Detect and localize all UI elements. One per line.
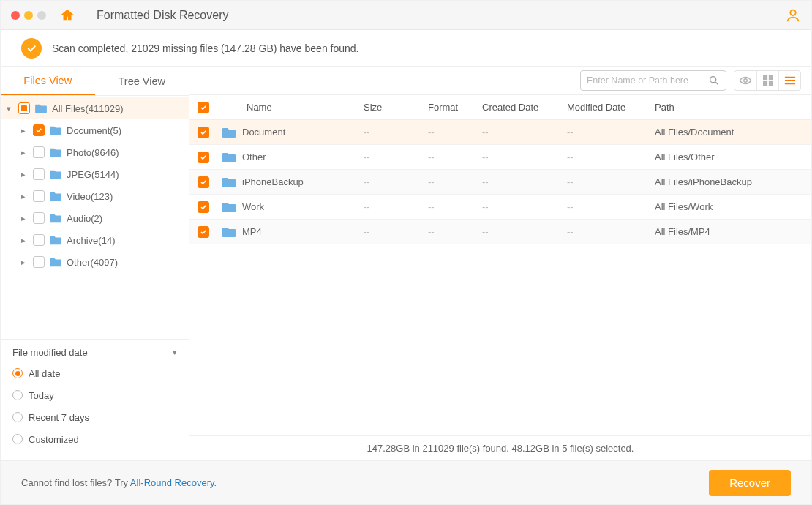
svg-rect-5	[763, 81, 767, 86]
tree-item-checkbox[interactable]	[33, 168, 45, 180]
table-row[interactable]: MP4--------All Files/MP4	[189, 220, 811, 244]
th-created[interactable]: Created Date	[482, 102, 567, 113]
chevron-right-icon[interactable]: ▸	[18, 126, 29, 135]
tree-label: JPEG(5144)	[67, 169, 119, 180]
table-header: Name Size Format Created Date Modified D…	[189, 95, 811, 120]
tree-item-checkbox[interactable]	[33, 190, 45, 202]
search-icon[interactable]	[708, 75, 720, 86]
row-checkbox[interactable]	[198, 176, 209, 188]
check-circle-icon	[21, 38, 42, 59]
table-row[interactable]: Document--------All Files/Document	[189, 120, 811, 145]
row-modified: --	[567, 226, 655, 237]
table-row[interactable]: Work--------All Files/Work	[189, 195, 811, 220]
select-all-checkbox[interactable]	[198, 102, 209, 113]
list-view-button[interactable]	[778, 71, 800, 90]
table-row[interactable]: Other--------All Files/Other	[189, 145, 811, 170]
tree-item-checkbox[interactable]	[33, 256, 45, 268]
main-toolbar	[189, 67, 811, 94]
row-checkbox[interactable]	[198, 201, 209, 213]
row-name: Document	[242, 127, 285, 138]
tree-label: Archive(14)	[67, 235, 115, 246]
chevron-right-icon[interactable]: ▸	[18, 258, 29, 267]
recover-button[interactable]: Recover	[709, 470, 791, 496]
row-path: All Files/MP4	[655, 226, 804, 237]
th-modified[interactable]: Modified Date	[567, 102, 655, 113]
row-format: --	[428, 176, 482, 187]
th-size[interactable]: Size	[364, 102, 428, 113]
radio-icon[interactable]	[12, 412, 23, 422]
chevron-right-icon[interactable]: ▸	[18, 236, 29, 245]
filter-option-today[interactable]: Today	[12, 384, 177, 406]
row-created: --	[482, 226, 567, 237]
filter-option-all[interactable]: All date	[12, 362, 177, 384]
filter-option-recent7[interactable]: Recent 7 days	[12, 406, 177, 428]
filter-option-label: Customized	[29, 434, 79, 445]
tree-label: Document(5)	[67, 125, 121, 136]
row-path: All Files/Work	[655, 201, 804, 212]
tree-item-video[interactable]: ▸ Video(123)	[1, 185, 189, 207]
view-mode-segment	[734, 70, 801, 91]
folder-icon	[222, 152, 236, 163]
tree-item-checkbox[interactable]	[33, 212, 45, 224]
filter-header[interactable]: File modified date ▾	[12, 347, 177, 362]
tree-item-jpeg[interactable]: ▸ JPEG(5144)	[1, 163, 189, 185]
row-size: --	[364, 176, 428, 187]
tree-item-checkbox[interactable]	[33, 146, 45, 158]
tree-item-checkbox[interactable]	[33, 124, 45, 136]
window-traffic-lights	[11, 11, 46, 20]
row-checkbox[interactable]	[198, 152, 209, 163]
tree-item-archive[interactable]: ▸ Archive(14)	[1, 229, 189, 251]
status-text: 147.28GB in 211029 file(s) found. 48.12G…	[367, 443, 634, 454]
tab-files-view[interactable]: Files View	[1, 67, 95, 95]
scan-status-banner: Scan completed, 21029 missing files (147…	[1, 30, 811, 67]
folder-icon	[49, 257, 62, 267]
grid-view-button[interactable]	[756, 71, 778, 90]
tree-item-checkbox[interactable]	[33, 234, 45, 246]
user-icon[interactable]	[785, 7, 801, 23]
radio-icon[interactable]	[12, 368, 23, 378]
radio-icon[interactable]	[12, 390, 23, 400]
folder-icon	[49, 191, 62, 201]
root-checkbox[interactable]	[18, 102, 30, 114]
th-path[interactable]: Path	[655, 102, 804, 113]
svg-point-1	[710, 77, 716, 83]
row-name: Other	[242, 152, 266, 162]
folder-icon	[49, 125, 62, 135]
tree-item-photo[interactable]: ▸ Photo(9646)	[1, 141, 189, 163]
tab-tree-view[interactable]: Tree View	[95, 67, 189, 95]
sidebar-tabs: Files View Tree View	[1, 67, 189, 96]
row-checkbox[interactable]	[198, 226, 209, 238]
svg-rect-6	[768, 81, 772, 86]
status-bar: 147.28GB in 211029 file(s) found. 48.12G…	[189, 435, 811, 460]
tree-root-all-files[interactable]: ▾ All Files(411029)	[1, 97, 189, 119]
radio-icon[interactable]	[12, 434, 23, 444]
search-input[interactable]	[587, 75, 708, 86]
home-icon[interactable]	[59, 7, 75, 23]
row-size: --	[364, 152, 428, 162]
chevron-right-icon[interactable]: ▸	[18, 170, 29, 179]
preview-button[interactable]	[734, 71, 756, 90]
row-checkbox[interactable]	[198, 127, 209, 138]
th-name[interactable]: Name	[217, 102, 364, 113]
row-modified: --	[567, 201, 655, 212]
maximize-window-button[interactable]	[37, 11, 46, 20]
close-window-button[interactable]	[11, 11, 20, 20]
minimize-window-button[interactable]	[24, 11, 33, 20]
titlebar-divider	[86, 7, 86, 24]
folder-icon	[34, 103, 48, 113]
row-name: Work	[242, 201, 264, 212]
th-format[interactable]: Format	[428, 102, 482, 113]
filter-option-label: All date	[29, 368, 60, 379]
table-row[interactable]: iPhoneBackup--------All Files/iPhoneBack…	[189, 170, 811, 195]
tree-item-document[interactable]: ▸ Document(5)	[1, 119, 189, 141]
chevron-down-icon[interactable]: ▾	[4, 104, 14, 113]
tree-item-audio[interactable]: ▸ Audio(2)	[1, 207, 189, 229]
folder-icon	[49, 213, 62, 223]
chevron-right-icon[interactable]: ▸	[18, 148, 29, 157]
all-round-recovery-link[interactable]: All-Round Recovery	[130, 477, 214, 488]
search-box[interactable]	[580, 70, 726, 91]
chevron-right-icon[interactable]: ▸	[18, 214, 29, 223]
chevron-right-icon[interactable]: ▸	[18, 192, 29, 201]
tree-item-other[interactable]: ▸ Other(4097)	[1, 251, 189, 273]
filter-option-customized[interactable]: Customized	[12, 428, 177, 450]
